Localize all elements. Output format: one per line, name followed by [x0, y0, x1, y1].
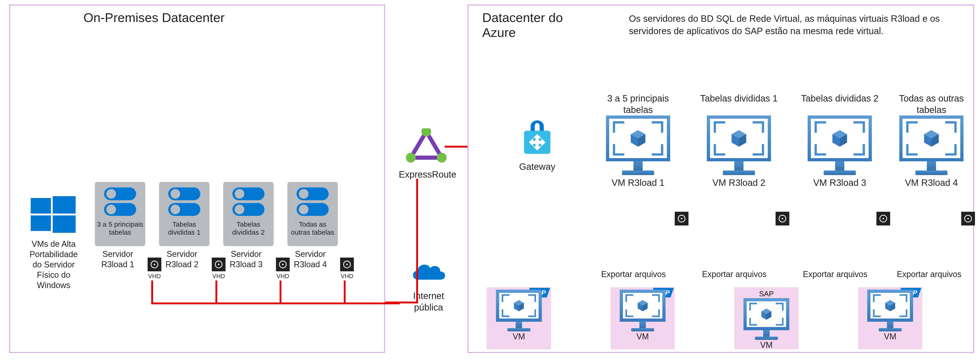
svg-rect-2 — [31, 215, 51, 231]
monitor-icon — [707, 115, 771, 175]
toggle-icon — [168, 203, 200, 216]
sap-vm-2: SAP VM — [620, 290, 665, 342]
toggle-icon — [232, 188, 264, 200]
sap-vm-4: SAP VM — [867, 290, 913, 342]
server-box-text: Tabelas divididas 2 — [223, 220, 274, 236]
server-1: 3 a 5 principais tabelas Servidor R3load… — [95, 182, 145, 269]
sap-vm-1: SAP VM — [496, 290, 542, 342]
monitor-icon: SAP — [496, 290, 542, 331]
sap-vm-label: VM — [743, 340, 789, 350]
disk-icon — [961, 212, 975, 226]
vm-name: VM R3load 2 — [698, 177, 780, 188]
vm-top-label: Todas as outras tabelas — [890, 92, 973, 115]
toggle-icon — [104, 188, 136, 200]
svg-point-21 — [883, 218, 884, 220]
azure-title: Datacenter do Azure — [482, 10, 574, 40]
toggle-icon — [168, 188, 200, 200]
vm-name: VM R3load 4 — [890, 177, 973, 188]
toggle-icon — [297, 188, 329, 200]
vm-top-label: Tabelas divididas 2 — [799, 92, 881, 115]
monitor-icon — [606, 115, 670, 175]
expressroute-icon: ExpressRoute — [399, 128, 454, 180]
windows-icon: VMs de Alta Portabilidade do Servidor Fí… — [24, 193, 83, 290]
toggle-icon — [232, 203, 264, 216]
disk-icon — [877, 212, 890, 226]
server-box: Tabelas divididas 2 — [223, 182, 274, 246]
vhd-label: VHD — [210, 273, 228, 280]
windows-label: VMs de Alta Portabilidade do Servidor Fí… — [24, 239, 83, 290]
svg-rect-0 — [31, 198, 51, 213]
monitor-icon — [808, 115, 872, 175]
svg-point-9 — [282, 264, 284, 265]
disk-icon — [776, 212, 789, 226]
svg-point-14 — [406, 153, 416, 163]
server-box: 3 a 5 principais tabelas — [95, 182, 145, 246]
azure-panel: Datacenter do Azure Os servidores do BD … — [468, 5, 974, 353]
azure-vm-1: 3 a 5 principais tabelas VM R3load 1 — [597, 92, 679, 188]
vm-name: VM R3load 1 — [597, 177, 679, 188]
server-4: Todas as outras tabelas Servidor R3load … — [287, 182, 338, 269]
onprem-panel: On-Premises Datacenter VMs de Alta Porta… — [9, 5, 385, 353]
sap-badge: SAP — [743, 290, 789, 298]
svg-point-19 — [782, 218, 783, 220]
azure-description: Os servidores do BD SQL de Rede Virtual,… — [629, 13, 959, 37]
server-below: Servidor R3load 2 — [159, 249, 205, 269]
gateway-icon: Gateway — [512, 113, 562, 172]
sap-vm-3: SAP VM — [743, 290, 789, 350]
azure-vm-2: Tabelas divididas 1 VM R3load 2 — [698, 92, 780, 188]
svg-point-23 — [967, 218, 969, 220]
svg-point-7 — [218, 264, 220, 265]
monitor-icon: SAP — [620, 290, 665, 331]
svg-point-5 — [154, 264, 155, 265]
server-box-text: Tabelas divididas 1 — [159, 220, 210, 236]
toggle-icon — [104, 203, 136, 216]
disk-icon — [675, 212, 689, 226]
svg-rect-3 — [53, 215, 76, 233]
expressroute-label: ExpressRoute — [399, 169, 454, 180]
monitor-icon: SAP — [743, 290, 789, 340]
server-box: Tabelas divididas 1 — [159, 182, 210, 246]
server-box-text: 3 a 5 principais tabelas — [95, 220, 145, 236]
svg-point-13 — [437, 153, 447, 163]
svg-point-17 — [681, 218, 682, 220]
monitor-icon — [899, 115, 964, 175]
internet-label: Internet pública — [403, 290, 454, 313]
vm-top-label: Tabelas divididas 1 — [698, 92, 780, 115]
server-below: Servidor R3load 1 — [95, 249, 141, 269]
vm-name: VM R3load 3 — [799, 177, 881, 188]
vhd-label: VHD — [145, 273, 164, 280]
vm-top-label: 3 a 5 principais tabelas — [597, 92, 679, 115]
disk-icon — [340, 258, 354, 271]
export-label: Exportar arquivos — [888, 269, 970, 279]
onprem-title: On-Premises Datacenter — [83, 10, 224, 25]
sap-vm-label: VM — [496, 331, 542, 342]
sap-vm-label: VM — [867, 331, 913, 342]
svg-rect-1 — [53, 196, 76, 213]
server-below: Servidor R3load 3 — [223, 249, 269, 269]
export-label: Exportar arquivos — [794, 269, 877, 279]
azure-vm-4: Todas as outras tabelas VM R3load 4 — [890, 92, 973, 188]
svg-point-11 — [346, 264, 348, 265]
server-below: Servidor R3load 4 — [287, 249, 333, 269]
server-2: Tabelas divididas 1 Servidor R3load 2 — [159, 182, 210, 269]
export-label: Exportar arquivos — [693, 269, 776, 279]
internet-icon: Internet pública — [403, 259, 454, 313]
vhd-label: VHD — [274, 273, 292, 280]
server-box-text: Todas as outras tabelas — [287, 220, 338, 236]
sap-vm-label: VM — [620, 331, 665, 342]
gateway-label: Gateway — [512, 161, 562, 172]
monitor-icon: SAP — [867, 290, 913, 331]
onprem-bus — [10, 5, 400, 354]
toggle-icon — [297, 203, 329, 216]
server-box: Todas as outras tabelas — [287, 182, 338, 246]
azure-vm-3: Tabelas divididas 2 VM R3load 3 — [799, 92, 881, 188]
server-3: Tabelas divididas 2 Servidor R3load 3 — [223, 182, 274, 269]
export-label: Exportar arquivos — [592, 269, 675, 279]
vhd-label: VHD — [338, 273, 356, 280]
